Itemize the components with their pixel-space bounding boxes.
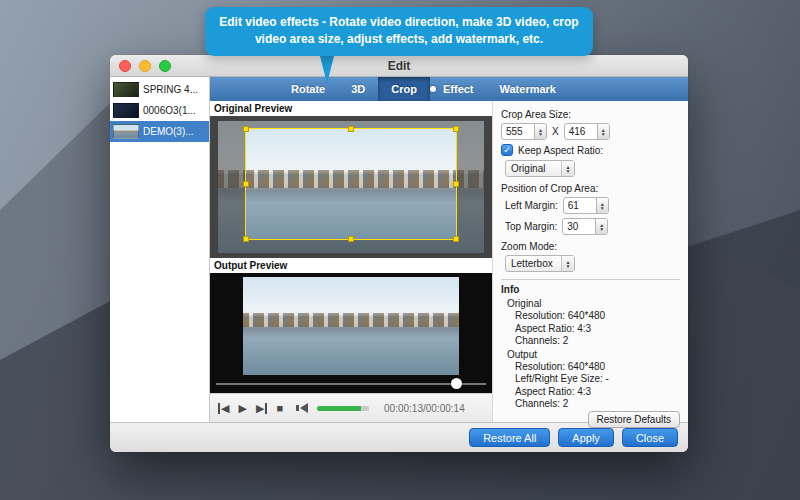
restore-all-button[interactable]: Restore All xyxy=(469,428,550,447)
play-icon[interactable]: ▶ xyxy=(238,403,246,414)
zoom-mode-select[interactable]: Letterbox ▲▼ xyxy=(505,255,575,272)
crop-settings-panel: Crop Area Size: 555 ▲▼ X 416 ▲▼ ✓ xyxy=(493,101,688,422)
video-thumbnail xyxy=(113,124,139,139)
skip-forward-icon[interactable]: ▶ xyxy=(256,403,267,414)
video-scene-buildings xyxy=(243,313,459,327)
video-thumbnail xyxy=(113,103,139,118)
crop-height-input[interactable]: 416 ▲▼ xyxy=(564,123,610,140)
info-output-title: Output xyxy=(507,348,680,361)
stepper-icon[interactable]: ▲▼ xyxy=(596,198,608,213)
info-line: Channels: 2 xyxy=(515,398,680,411)
volume-slider[interactable] xyxy=(317,406,369,411)
apply-button[interactable]: Apply xyxy=(558,428,614,447)
list-item-selected[interactable]: DEMO(3)... xyxy=(110,121,209,142)
crop-handle[interactable] xyxy=(348,236,354,242)
aspect-ratio-select[interactable]: Original ▲▼ xyxy=(505,160,575,177)
crop-handle[interactable] xyxy=(243,181,249,187)
tab-bar: Rotate 3D Crop Effect Watermark xyxy=(210,77,688,101)
crop-height-value: 416 xyxy=(565,126,597,137)
playback-controls: ◀ ▶ ▶ ■ 00:00:13/00:00:14 xyxy=(210,393,492,422)
volume-icon[interactable] xyxy=(300,403,308,413)
crop-handle[interactable] xyxy=(453,126,459,132)
tab-effect[interactable]: Effect xyxy=(430,77,487,101)
left-margin-input[interactable]: 61 ▲▼ xyxy=(563,197,609,214)
crop-handle[interactable] xyxy=(453,236,459,242)
stepper-icon[interactable]: ▲▼ xyxy=(595,219,607,234)
keep-aspect-label: Keep Aspect Ratio: xyxy=(518,145,603,156)
crop-area-size-label: Crop Area Size: xyxy=(501,109,680,120)
list-item-label: 0006O3(1... xyxy=(143,105,196,116)
list-item[interactable]: 0006O3(1... xyxy=(110,100,209,121)
info-line: Aspect Ratio: 4:3 xyxy=(515,323,680,336)
list-item[interactable]: SPRING 4... xyxy=(110,79,209,100)
original-preview xyxy=(210,116,492,258)
output-video-frame xyxy=(243,277,459,375)
top-margin-label: Top Margin: xyxy=(505,221,557,232)
crop-handle[interactable] xyxy=(243,236,249,242)
crop-handle[interactable] xyxy=(453,181,459,187)
titlebar[interactable]: Edit xyxy=(110,55,688,77)
playback-time: 00:00:13/00:00:14 xyxy=(384,403,465,414)
dropdown-arrows-icon: ▲▼ xyxy=(561,256,574,271)
crop-handle[interactable] xyxy=(243,126,249,132)
info-line: Resolution: 640*480 xyxy=(515,361,680,374)
top-margin-value: 30 xyxy=(563,221,595,232)
info-original-title: Original xyxy=(507,297,680,310)
window-title: Edit xyxy=(110,55,688,76)
left-margin-label: Left Margin: xyxy=(505,200,558,211)
crop-width-input[interactable]: 555 ▲▼ xyxy=(501,123,547,140)
seek-knob[interactable] xyxy=(451,378,462,389)
callout-text: Edit video effects - Rotate video direct… xyxy=(219,15,578,46)
callout-tooltip: Edit video effects - Rotate video direct… xyxy=(205,7,593,56)
stop-icon[interactable]: ■ xyxy=(276,403,283,414)
zoom-mode-label: Zoom Mode: xyxy=(501,241,680,252)
tab-crop[interactable]: Crop xyxy=(378,77,430,101)
tab-3d[interactable]: 3D xyxy=(338,77,378,101)
tab-watermark[interactable]: Watermark xyxy=(487,77,569,101)
left-margin-value: 61 xyxy=(564,200,596,211)
seek-slider[interactable] xyxy=(216,378,486,390)
output-preview-label: Output Preview xyxy=(210,258,492,273)
sidebar-file-list: SPRING 4... 0006O3(1... DEMO(3)... xyxy=(110,77,210,422)
video-thumbnail xyxy=(113,82,139,97)
crop-area[interactable] xyxy=(245,128,458,240)
info-line: Aspect Ratio: 4:3 xyxy=(515,386,680,399)
list-item-label: SPRING 4... xyxy=(143,84,198,95)
list-item-label: DEMO(3)... xyxy=(143,126,194,137)
dropdown-arrows-icon: ▲▼ xyxy=(561,161,574,176)
keep-aspect-checkbox[interactable]: ✓ xyxy=(501,144,513,156)
position-label: Position of Crop Area: xyxy=(501,183,680,194)
top-margin-input[interactable]: 30 ▲▼ xyxy=(562,218,608,235)
restore-defaults-button[interactable]: Restore Defaults xyxy=(588,411,680,428)
preview-column: Original Preview xyxy=(210,101,493,422)
aspect-ratio-value: Original xyxy=(511,163,557,174)
crop-handle[interactable] xyxy=(348,126,354,132)
edit-window: Edit SPRING 4... 0006O3(1... DEMO(3)... … xyxy=(110,55,688,452)
divider xyxy=(501,279,680,280)
info-line: Channels: 2 xyxy=(515,335,680,348)
close-button[interactable]: Close xyxy=(622,428,678,447)
info-title: Info xyxy=(501,284,680,295)
crop-width-value: 555 xyxy=(502,126,534,137)
skip-back-icon[interactable]: ◀ xyxy=(218,403,229,414)
info-line: Resolution: 640*480 xyxy=(515,310,680,323)
original-preview-label: Original Preview xyxy=(210,101,492,116)
info-line: Left/Right Eye Size: - xyxy=(515,373,680,386)
stepper-icon[interactable]: ▲▼ xyxy=(597,124,609,139)
output-preview xyxy=(210,273,492,393)
zoom-mode-value: Letterbox xyxy=(511,258,557,269)
stepper-icon[interactable]: ▲▼ xyxy=(534,124,546,139)
callout-pointer-dot xyxy=(430,86,436,92)
volume-fill xyxy=(317,406,361,411)
dimension-separator: X xyxy=(552,126,559,137)
original-video-frame xyxy=(218,121,484,253)
seek-track xyxy=(216,383,486,385)
